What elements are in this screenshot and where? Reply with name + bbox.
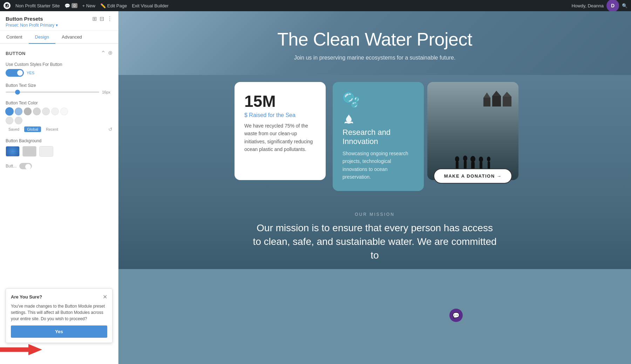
swatch-1[interactable]	[15, 108, 22, 115]
dialog-close-button[interactable]: ✕	[103, 294, 107, 300]
hand-water-icon	[342, 113, 355, 126]
color-reset-icon[interactable]: ↺	[108, 126, 113, 132]
mission-section: OUR MISSION Our mission is to ensure tha…	[118, 201, 631, 269]
comment-count: 0	[72, 3, 77, 8]
color-tab-recent[interactable]: Recent	[43, 126, 61, 132]
dialog-message: You've made changes to the Button Module…	[11, 303, 107, 322]
research-title: Research and Innovation	[342, 128, 414, 146]
text-size-label: Button Text Size	[6, 83, 113, 88]
svg-rect-1	[483, 98, 490, 107]
swatch-0[interactable]	[6, 108, 13, 115]
svg-point-11	[463, 156, 467, 161]
panel-subtitle[interactable]: Preset: Non Profit Primary ▾	[6, 23, 113, 28]
slider-thumb[interactable]	[15, 90, 20, 95]
swatch-6[interactable]	[60, 108, 68, 115]
text-color-field: Button Text Color Saved Global	[6, 101, 113, 132]
mission-label: OUR MISSION	[133, 212, 617, 217]
swatch-2[interactable]	[24, 108, 32, 115]
stat-number: 15M	[244, 92, 316, 111]
donation-button[interactable]: MAKE A DONATION →	[434, 169, 512, 184]
bg-swatch-1[interactable]	[22, 146, 36, 157]
text-size-field: Button Text Size 16px	[6, 83, 113, 94]
section-collapse-icon[interactable]: ⌃	[101, 49, 106, 57]
dialog-header: Are You Sure? ✕	[11, 294, 107, 300]
svg-marker-2	[483, 92, 490, 98]
left-panel: Button Presets ⊞ ⊟ ⋮ Preset: Non Profit …	[0, 11, 118, 364]
comment-icon[interactable]: 💬 0	[65, 3, 77, 8]
panel-header: Button Presets ⊞ ⊟ ⋮ Preset: Non Profit …	[0, 11, 118, 31]
dialog-title: Are You Sure?	[11, 294, 42, 300]
svg-rect-24	[488, 162, 490, 169]
swatch-8[interactable]	[15, 117, 22, 124]
panel-icon-responsive[interactable]: ⊞	[92, 15, 97, 22]
hero-title: The Clean Water Project	[133, 29, 617, 50]
panel-icon-more[interactable]: ⋮	[107, 15, 113, 22]
swatch-3[interactable]	[33, 108, 41, 115]
color-swatches	[6, 108, 113, 115]
swatch-4[interactable]	[42, 108, 50, 115]
color-tab-saved[interactable]: Saved	[6, 126, 22, 132]
bg-swatch-2[interactable]	[39, 146, 53, 157]
swatch-7[interactable]	[6, 117, 13, 124]
text-color-label: Button Text Color	[6, 101, 113, 105]
slider-wrap: 16px	[6, 90, 113, 94]
search-icon[interactable]: 🔍	[622, 3, 627, 8]
svg-point-23	[487, 157, 490, 162]
custom-styles-toggle[interactable]	[6, 69, 24, 77]
custom-styles-label: Use Custom Styles For Button	[6, 62, 113, 67]
avatar[interactable]: D	[606, 0, 619, 12]
svg-point-15	[470, 156, 475, 162]
svg-marker-6	[503, 92, 511, 97]
bg-swatch-0[interactable]	[6, 146, 20, 157]
svg-rect-5	[503, 97, 511, 107]
section-title: Button	[6, 51, 26, 56]
site-name[interactable]: Non Profit Starter Site	[15, 3, 60, 8]
right-content: The Clean Water Project Join us in prese…	[118, 11, 631, 364]
chat-bubble[interactable]: 💬	[449, 309, 463, 322]
svg-point-19	[479, 157, 483, 162]
wordpress-logo[interactable]	[4, 2, 11, 9]
cards-row: 15M $ Raised for the Sea We have recycle…	[118, 75, 631, 201]
slider-value: 16px	[102, 90, 113, 94]
btn-preview: Butt...	[6, 164, 16, 169]
slider-track[interactable]	[6, 91, 99, 93]
arrow-wrap	[0, 344, 42, 355]
research-body: Showcasing ongoing research projects, te…	[342, 150, 414, 181]
hero-section: The Clean Water Project Join us in prese…	[118, 11, 631, 75]
top-bar-left: Non Profit Starter Site 💬 0 + New ✏️ Edi…	[4, 2, 169, 9]
confirm-dialog: Are You Sure? ✕ You've made changes to t…	[6, 288, 113, 343]
tab-design[interactable]: Design	[29, 31, 55, 44]
howdy-text: Howdy, Deanna	[571, 3, 604, 8]
tab-advanced[interactable]: Advanced	[55, 31, 88, 44]
bg-swatches	[6, 146, 113, 157]
top-bar: Non Profit Starter Site 💬 0 + New ✏️ Edi…	[0, 0, 631, 11]
custom-styles-field: Use Custom Styles For Button YES	[6, 62, 113, 77]
toggle-wrap: YES	[6, 69, 113, 77]
color-swatches-row2	[6, 117, 113, 124]
water-icon: 🫧	[342, 92, 414, 108]
toggle-label: YES	[27, 71, 34, 75]
exit-builder-button[interactable]: Exit Visual Builder	[132, 3, 169, 8]
panel-title: Button Presets	[6, 16, 43, 22]
section-more-icon[interactable]: ⊕	[108, 49, 113, 57]
toggle-secondary[interactable]	[19, 163, 32, 169]
btn-row: Butt...	[6, 163, 113, 169]
panel-icon-layout[interactable]: ⊟	[100, 15, 104, 22]
research-card: 🫧 Research and Innovation Showcasing ong…	[333, 82, 424, 191]
new-button[interactable]: + New	[82, 3, 95, 8]
stat-body: We have recycled 75% of the waste from o…	[244, 122, 316, 153]
svg-point-7	[455, 156, 459, 162]
tab-content[interactable]: Content	[0, 31, 29, 44]
stats-card: 15M $ Raised for the Sea We have recycle…	[235, 82, 326, 180]
stat-label: $ Raised for the Sea	[244, 112, 316, 118]
bg-field: Button Background	[6, 138, 113, 157]
mission-text: Our mission is to ensure that every pers…	[252, 221, 497, 262]
red-arrow	[0, 344, 42, 355]
tabs: Content Design Advanced	[0, 31, 118, 44]
swatch-5[interactable]	[51, 108, 59, 115]
color-tabs: Saved Global Recent ↺	[6, 126, 113, 132]
color-tab-global[interactable]: Global	[24, 126, 41, 132]
svg-rect-3	[492, 96, 501, 107]
yes-button[interactable]: Yes	[11, 325, 107, 338]
edit-page-button[interactable]: ✏️ Edit Page	[100, 3, 127, 8]
